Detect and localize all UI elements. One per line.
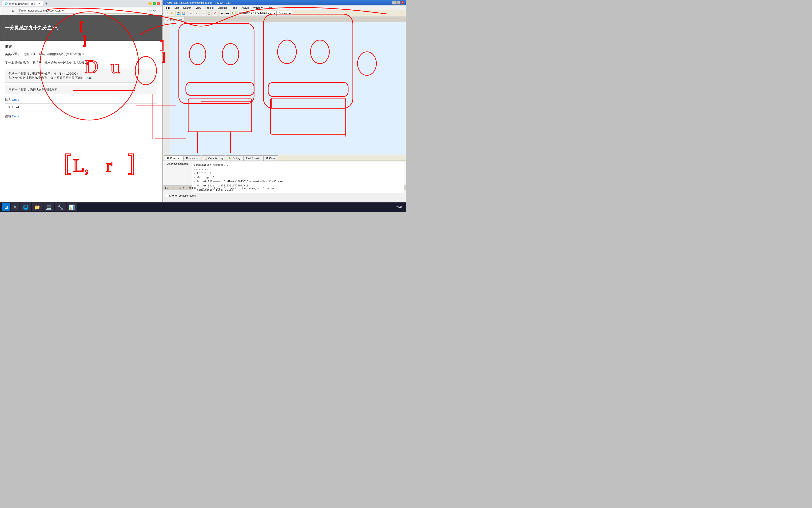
editor-content[interactable] <box>170 22 406 155</box>
problem-text-2: 了一串很长的数列，要求从中找出连续的一段来使得总和最大。 <box>5 60 157 66</box>
devcpp-maximize[interactable]: □ <box>396 1 400 4</box>
input-desc-2: 包括N个整数来描述这个数列，每个整数的绝对值不超过1000。 <box>8 76 154 80</box>
browser-tab-1[interactable]: 🌐 1837-分治最大连续 - 题目 | ✕ <box>2 1 43 6</box>
tab-compile-log[interactable]: 📋 Compile Log <box>202 155 226 161</box>
build-mode-select[interactable]: Release <box>277 11 292 16</box>
browser-content: 一分灵感加九十九分血汗。 描述 笑笑布置了一份的作业，笑笑不知如何解决，找你帮忙… <box>0 15 162 202</box>
status-col: Col: 1 <box>178 187 184 189</box>
tb-undo[interactable]: ↩ <box>188 11 193 16</box>
taskbar-app-misc2[interactable]: 📊 <box>66 203 77 211</box>
extension-icon[interactable]: ⚙ <box>153 9 156 13</box>
tab1-close[interactable]: ✕ <box>39 2 41 5</box>
tb-save[interactable]: 💾 <box>176 11 181 16</box>
devcpp-editor-area[interactable]: 1 <box>163 22 406 155</box>
input-copy-link[interactable]: Copy <box>12 98 19 101</box>
menu-execute[interactable]: Execute <box>216 6 229 10</box>
status-sel: Sel: 0 <box>189 187 196 189</box>
compile-result-title: Compilation results... <box>194 163 402 167</box>
menu-tools[interactable]: Tools <box>229 6 239 10</box>
devcpp-title: C:\Users\86155\Documents\Untitled1.cpp -… <box>165 1 231 4</box>
problem-text-1: 笑笑布置了一份的作业，笑笑不知如何解决，找你帮忙解决。 <box>5 51 157 57</box>
tab-debug[interactable]: 🐛 Debug <box>226 155 243 161</box>
tb-save-all[interactable]: 💾 <box>181 11 186 16</box>
menu-help[interactable]: Help <box>265 6 274 10</box>
devcpp-toolbar: 📄 📂 💾 💾 ↩ ↪ ✂ 📋 📌 ▶ ▶▶ 🐛 TDM-GCC 4.9.2 6… <box>163 10 406 17</box>
devcpp-close[interactable]: ✕ <box>400 1 404 4</box>
refresh-button[interactable]: ↻ <box>11 9 14 13</box>
compiler-select[interactable]: TDM-GCC 4.9.2 64-bit Release <box>238 11 277 16</box>
compiler-icon: ⚙ <box>167 157 169 160</box>
menu-view[interactable]: View <box>194 6 203 10</box>
new-tab-button[interactable]: + <box>44 1 49 6</box>
close-button[interactable] <box>157 2 160 5</box>
output-sample-box <box>5 120 157 128</box>
line-number-1: 1 <box>164 23 169 26</box>
misc1-icon: 🔧 <box>57 204 63 210</box>
text-cursor <box>172 23 173 26</box>
tb-paste[interactable]: 📌 <box>212 11 217 16</box>
devcpp-taskbar-icon: 💻 <box>46 204 52 210</box>
hero-text: 一分灵感加九十九分血汗。 <box>5 25 61 31</box>
forward-button[interactable]: → <box>7 9 10 13</box>
devcpp-tabs-bar: Untitled1.cpp <box>163 17 406 22</box>
input-label: 输入 Copy <box>5 98 157 102</box>
maximize-button[interactable] <box>153 2 156 5</box>
tray-time: 09:41 <box>396 206 402 209</box>
menu-icon[interactable]: ⋮ <box>157 9 160 13</box>
taskbar: ⊞ 🔍 🌐 📁 💻 🔧 📊 09:41 <box>0 203 406 212</box>
compile-separator: --------- <box>194 167 402 171</box>
tb-copy[interactable]: 📋 <box>206 11 212 16</box>
shorten-paths-checkbox[interactable] <box>165 194 168 197</box>
bookmark-star-icon[interactable]: ☆ <box>149 9 152 13</box>
win-controls <box>148 2 160 5</box>
system-tray: 09:41 <box>396 206 404 209</box>
line-numbers: 1 <box>163 22 170 155</box>
taskbar-app-search[interactable]: 🔍 <box>11 203 19 211</box>
menu-astyle[interactable]: AStyle <box>240 6 251 10</box>
taskbar-app-misc1[interactable]: 🔧 <box>55 203 66 211</box>
back-button[interactable]: ← <box>2 9 5 13</box>
shorten-paths-checkbox-row: Shorten compiler paths <box>165 194 196 197</box>
tab-find-results[interactable]: Find Results <box>243 155 263 161</box>
taskbar-app-chrome[interactable]: 🌐 <box>20 203 31 211</box>
tb-new[interactable]: 📄 <box>164 11 170 16</box>
tb-debug[interactable]: 🐛 <box>231 11 236 16</box>
close-panel-icon: ✕ <box>266 157 268 160</box>
input-sample-text: 3 1 -4 <box>8 105 19 109</box>
taskbar-app-devcpp[interactable]: 💻 <box>44 203 54 211</box>
editor-tab[interactable]: Untitled1.cpp <box>164 17 184 22</box>
tab-close[interactable]: ✕ Close <box>264 155 278 161</box>
devcpp-minimize[interactable]: _ <box>392 1 396 4</box>
tab-compiler[interactable]: ⚙ Compiler <box>164 155 183 161</box>
minimize-button[interactable] <box>148 2 152 5</box>
menu-window[interactable]: Window <box>251 6 265 10</box>
tb-cut[interactable]: ✂ <box>201 11 206 16</box>
compile-errors: - Errors: 0 <box>194 171 402 175</box>
compile-warnings: - Warnings: 0 <box>194 175 402 180</box>
tb-run[interactable]: ▶▶ <box>225 11 230 16</box>
taskbar-app-explorer[interactable]: 📁 <box>32 203 43 211</box>
page-body: 描述 笑笑布置了一份的作业，笑笑不知如何解决，找你帮忙解决。 了一串很长的数列，… <box>0 41 162 134</box>
menu-project[interactable]: Project <box>203 6 215 10</box>
address-bar[interactable] <box>16 8 147 14</box>
tab1-label: 1837-分治最大连续 - 题目 | <box>9 2 37 5</box>
start-button[interactable]: ⊞ <box>2 203 10 211</box>
tb-redo[interactable]: ↪ <box>194 11 199 16</box>
tab-resources[interactable]: Resources <box>184 155 201 161</box>
editor-tab-label: Untitled1.cpp <box>167 18 182 21</box>
menu-edit[interactable]: Edit <box>173 6 181 10</box>
compile-log-icon: 📋 <box>204 157 207 160</box>
input-section: 输入 Copy 3 1 -4 输出 Copy <box>5 98 157 128</box>
output-label: 输出 Copy <box>5 114 157 118</box>
misc2-icon: 📊 <box>69 204 75 210</box>
bottom-tabs-bar: ⚙ Compiler Resources 📋 Compile Log 🐛 Deb… <box>163 155 406 161</box>
menu-search[interactable]: Search <box>181 6 193 10</box>
tb-open[interactable]: 📂 <box>170 11 175 16</box>
output-copy-link[interactable]: Copy <box>12 115 19 118</box>
tb-compile[interactable]: ▶ <box>219 11 225 16</box>
search-taskbar-icon: 🔍 <box>14 206 17 209</box>
status-lines: Lines: 1 <box>200 187 209 189</box>
menu-file[interactable]: File <box>164 6 172 10</box>
output-desc-box: 只有一个整数，为最大的连续段总和。 <box>5 85 157 94</box>
abort-compilation-button[interactable]: Abort Compilation <box>165 162 190 166</box>
